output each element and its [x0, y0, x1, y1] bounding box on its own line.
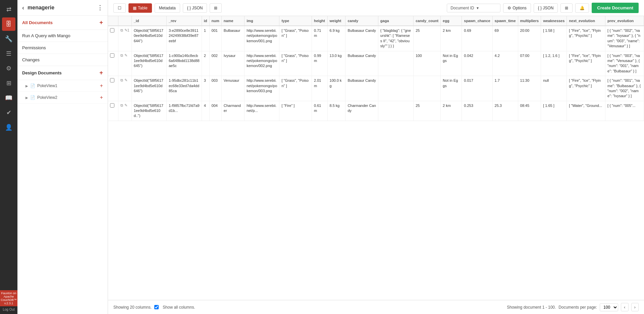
- cell-prev_evolution: [ { "num": "005"...: [605, 101, 644, 121]
- th-multipliers[interactable]: multipliers: [518, 16, 541, 26]
- th-img[interactable]: img: [245, 16, 279, 26]
- doc-id-selector[interactable]: Document ID ▾: [447, 4, 500, 12]
- copy-row-icon[interactable]: ⧉: [120, 28, 123, 32]
- cell-_rev: 1-c900a146c8ecb6a648bdd1138d88ae5c: [166, 51, 202, 76]
- changes-label: Changes: [22, 57, 40, 62]
- cell-id: 4: [202, 101, 209, 121]
- sidebar-item-permissions[interactable]: Permissions: [17, 42, 108, 54]
- gear-icon[interactable]: ⚙: [2, 62, 15, 75]
- add-pokeview2-icon[interactable]: +: [100, 95, 103, 101]
- th-weaknesses[interactable]: weaknesses: [541, 16, 567, 26]
- cell-candy_count: 100: [414, 51, 441, 76]
- sidebar-item-pokeview1[interactable]: ▶ 📄 PokeView1 +: [17, 80, 108, 92]
- cell-next_evolution: [ "Fire", "Ice", "Flying", "Psychic" ]: [567, 26, 605, 51]
- th-type[interactable]: type: [279, 16, 312, 26]
- cell-gaga: [378, 101, 413, 121]
- cell-height: 0.99 m: [312, 51, 328, 76]
- cell-type: [ "Grass", "Poison" ]: [279, 76, 312, 101]
- create-document-button[interactable]: Create Document: [592, 3, 639, 13]
- cell-_rev: 3-e2890ce8e391124249938bf39e87eebf: [166, 26, 202, 51]
- cell-name: Bulbasaur: [221, 26, 244, 51]
- prev-page-button[interactable]: ‹: [621, 303, 628, 311]
- add-document-icon[interactable]: +: [99, 19, 103, 26]
- permissions-label: Permissions: [22, 45, 46, 50]
- th-candy[interactable]: candy: [345, 16, 378, 26]
- list-icon[interactable]: ☰: [2, 47, 15, 60]
- cell-egg: Not in Eggs: [441, 51, 462, 76]
- th-weight[interactable]: weight: [327, 16, 345, 26]
- cell-spawn_time: 1.7: [492, 76, 518, 101]
- row-checkbox[interactable]: [110, 103, 114, 108]
- row-checkbox[interactable]: [110, 28, 114, 33]
- sidebar-section-design-docs[interactable]: Design Documents +: [17, 66, 108, 80]
- th-height[interactable]: height: [312, 16, 328, 26]
- toolbar-right: Document ID ▾ ⚙ Options { } JSON ⊞ 🔔 Cre…: [447, 3, 639, 13]
- table-row: ⧉✎ObjectId("58f56171ee9d4bd5e610d..")1-f…: [108, 101, 644, 121]
- th-prev-evolution[interactable]: prev_evolution: [605, 16, 644, 26]
- metadata-button[interactable]: Metadata: [155, 3, 180, 13]
- add-design-doc-icon[interactable]: +: [99, 69, 103, 76]
- columns-button[interactable]: ⊞: [210, 3, 222, 13]
- check-icon[interactable]: ✔: [2, 106, 15, 119]
- book-icon[interactable]: 📖: [2, 91, 15, 105]
- edit-row-icon[interactable]: ✎1: [124, 28, 129, 32]
- th-spawn-chance[interactable]: spawn_chance: [462, 16, 492, 26]
- edit-row-icon[interactable]: ✎: [124, 53, 127, 57]
- row-checkbox[interactable]: [110, 78, 114, 82]
- copy-row-icon[interactable]: ⧉: [120, 78, 123, 82]
- th-candy-count[interactable]: candy_count: [414, 16, 441, 26]
- row-checkbox-cell: [108, 76, 118, 101]
- json-view-button[interactable]: { } JSON: [534, 3, 558, 13]
- per-page-select[interactable]: 100 25 50: [600, 303, 618, 311]
- grid-icon[interactable]: ⊞: [2, 76, 15, 90]
- table-view-button[interactable]: ▦ Table: [128, 3, 152, 13]
- sidebar-item-changes[interactable]: Changes: [17, 54, 108, 66]
- sidebar-item-run-query[interactable]: Run A Query with Mango: [17, 30, 108, 42]
- cell-multipliers: 20:00: [518, 26, 541, 51]
- show-all-checkbox[interactable]: [154, 305, 159, 309]
- th-next-evolution[interactable]: next_evolution: [567, 16, 605, 26]
- th-egg[interactable]: egg: [441, 16, 462, 26]
- add-pokeview1-icon[interactable]: +: [100, 83, 103, 89]
- bell-button[interactable]: 🔔: [575, 3, 589, 13]
- wrench-icon[interactable]: 🔧: [2, 32, 15, 46]
- options-button[interactable]: ⚙ Options: [503, 3, 531, 13]
- edit-row-icon[interactable]: ✎: [124, 78, 127, 82]
- cell-_id: ObjectId("58f56170ee9d4bd5e610d644"): [131, 26, 166, 51]
- copy-row-icon[interactable]: ⧉: [120, 53, 123, 57]
- row-action-cell: ⧉✎: [118, 76, 131, 101]
- nav-arrows-icon[interactable]: ⇄: [2, 3, 15, 16]
- next-page-button[interactable]: ›: [631, 303, 639, 311]
- th-name[interactable]: name: [221, 16, 244, 26]
- cell-weight: 6.9 kg: [327, 26, 345, 51]
- row-checkbox[interactable]: [110, 53, 114, 58]
- th-rev[interactable]: _rev: [166, 16, 202, 26]
- json-button[interactable]: { } JSON: [183, 3, 207, 13]
- th-gaga[interactable]: gaga: [378, 16, 413, 26]
- database-icon[interactable]: 🗄: [2, 17, 15, 31]
- cell-candy: Bulbasaur Candy: [345, 26, 378, 51]
- copy-row-icon[interactable]: ⧉: [120, 103, 123, 107]
- person-icon[interactable]: 👤: [2, 121, 15, 134]
- th-checkbox: [108, 16, 118, 26]
- cell-candy: Bulbasaur Candy: [345, 51, 378, 76]
- sidebar-item-pokeview2[interactable]: ▶ 📄 PokeView2 +: [17, 92, 108, 104]
- th-num[interactable]: num: [209, 16, 221, 26]
- logout-link[interactable]: Log Out: [3, 308, 15, 311]
- th-id[interactable]: _id: [131, 16, 166, 26]
- select-all-button[interactable]: ☐: [113, 3, 126, 13]
- sidebar-item-all-documents[interactable]: All Documents +: [17, 16, 108, 30]
- cell-_rev: 1-f9857fbc71fd7a9d1b...: [166, 101, 202, 121]
- edit-row-icon[interactable]: ✎: [124, 103, 127, 107]
- cell-_id: ObjectId("58f56171ee9d4bd5e610d645"): [131, 51, 166, 76]
- cell-height: 0.71 m: [312, 26, 328, 51]
- back-button[interactable]: ‹: [22, 4, 24, 11]
- table-icon: ▦: [133, 6, 137, 10]
- table-header-row: _id _rev id num name img type height wei…: [108, 16, 644, 26]
- cell-spawn_chance: 0.017: [462, 76, 492, 101]
- run-query-label: Run A Query with Mango: [22, 33, 70, 38]
- sidebar-menu-button[interactable]: ⋮: [97, 4, 103, 11]
- th-spawn-time[interactable]: spawn_time: [492, 16, 518, 26]
- th-id-num[interactable]: id: [202, 16, 209, 26]
- grid-view-button[interactable]: ⊞: [560, 3, 573, 13]
